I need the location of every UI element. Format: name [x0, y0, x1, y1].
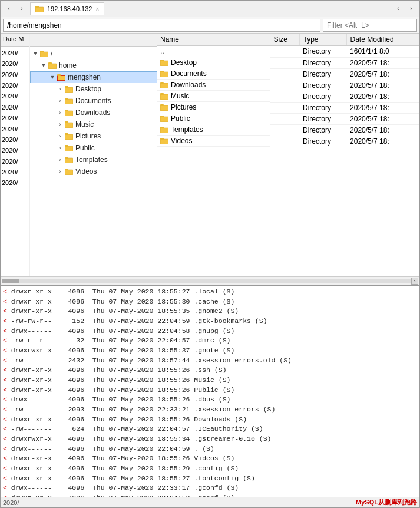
file-size-cell	[270, 113, 299, 124]
tab-close-button[interactable]: ×	[95, 6, 99, 12]
col-size[interactable]: Size	[270, 34, 299, 46]
table-row[interactable]: ..Directory1601/1/1 8:0	[157, 46, 419, 58]
nav-prev-button[interactable]: ‹	[392, 3, 404, 15]
documents-label: Documents	[75, 97, 111, 105]
main-area: Date M 2020/ 2020/ 2020/ 2020/ 2020/ 202…	[1, 34, 419, 276]
table-row[interactable]: DesktopDirectory2020/5/7 18:	[157, 57, 419, 68]
nav-next-button[interactable]: ›	[405, 3, 417, 15]
file-name-cell: Desktop	[157, 57, 270, 68]
file-type-cell: Directory	[299, 46, 346, 58]
file-size-cell	[270, 68, 299, 80]
home-folder-icon	[48, 61, 57, 70]
expand-documents[interactable]: ›	[56, 97, 64, 105]
date-col-values: 2020/ 2020/ 2020/ 2020/ 2020/ 2020/ 2020…	[1, 47, 29, 190]
expand-music[interactable]: ›	[56, 120, 64, 128]
scroll-right-btn[interactable]: ›	[411, 278, 418, 285]
root-folder-icon	[39, 50, 49, 58]
table-row[interactable]: PublicDirectory2020/5/7 18:	[157, 113, 419, 124]
expand-pictures[interactable]: ›	[56, 132, 64, 140]
desktop-label: Desktop	[75, 85, 101, 93]
file-date-cell: 2020/5/7 18:	[346, 102, 419, 113]
folder-row-icon	[160, 59, 168, 66]
table-row[interactable]: VideosDirectory2020/5/7 18:	[157, 136, 419, 147]
file-name: Desktop	[171, 58, 197, 67]
status-text: 2020/	[3, 499, 19, 506]
col-type[interactable]: Type	[299, 34, 346, 46]
table-row[interactable]: MusicDirectory2020/5/7 18:	[157, 91, 419, 102]
svg-rect-24	[160, 61, 168, 66]
terminal-line: < -rw------- 2432 Thu 07-May-2020 18:57:…	[3, 356, 417, 366]
terminal-line: < drwxrwxr-x 4096 Thu 07-May-2020 18:55:…	[3, 346, 417, 356]
desktop-folder-icon	[64, 85, 74, 93]
expand-videos[interactable]: ›	[56, 167, 64, 176]
svg-rect-7	[57, 74, 61, 76]
home-label: home	[59, 61, 77, 70]
music-label: Music	[75, 120, 94, 128]
table-row[interactable]: TemplatesDirectory2020/5/7 18:	[157, 124, 419, 136]
file-date-cell: 2020/5/7 18:	[346, 113, 419, 124]
file-size-cell	[270, 46, 299, 58]
svg-rect-15	[65, 121, 68, 123]
expand-home[interactable]: ▼	[39, 61, 48, 70]
table-row[interactable]: PicturesDirectory2020/5/7 18:	[157, 102, 419, 113]
terminal-panel: < drwxr-xr-x 4096 Thu 07-May-2020 18:55:…	[1, 285, 419, 497]
col-date[interactable]: Date Modified	[346, 34, 419, 46]
title-bar: ‹ › 192.168.40.132 × ‹ ›	[1, 1, 419, 17]
expand-templates[interactable]: ›	[56, 156, 64, 164]
svg-rect-14	[65, 123, 73, 128]
address-input[interactable]	[3, 19, 320, 32]
file-type-cell: Directory	[299, 80, 346, 91]
terminal-line: < -rw-r--r-- 32 Thu 07-May-2020 22:04:57…	[3, 336, 417, 346]
svg-rect-8	[65, 87, 73, 93]
expand-downloads[interactable]: ›	[56, 108, 64, 117]
terminal-line: < drwxr-xr-x 4096 Thu 07-May-2020 18:55:…	[3, 464, 417, 474]
pictures-folder-icon	[64, 132, 74, 140]
file-name-cell: Downloads	[157, 80, 270, 91]
folder-row-icon	[160, 115, 168, 122]
file-size-cell	[270, 57, 299, 68]
file-tab[interactable]: 192.168.40.132 ×	[30, 2, 104, 15]
svg-rect-29	[160, 82, 164, 84]
file-type-cell: Directory	[299, 91, 346, 102]
templates-folder-icon	[64, 156, 74, 164]
terminal-line: < -rw------- 624 Thu 07-May-2020 22:04:5…	[3, 424, 417, 434]
svg-rect-5	[48, 62, 52, 64]
file-name: Music	[171, 92, 189, 100]
svg-rect-28	[160, 83, 168, 88]
terminal-line: < drwxr-xr-x 4096 Thu 07-May-2020 18:55:…	[3, 306, 417, 316]
public-label: Public	[75, 144, 95, 152]
table-row[interactable]: DownloadsDirectory2020/5/7 18:	[157, 80, 419, 91]
terminal-line: < drwxr-xr-x 4096 Thu 07-May-2020 18:55:…	[3, 415, 417, 425]
filter-input[interactable]	[323, 19, 417, 32]
folder-tab-icon	[35, 5, 44, 12]
expand-root[interactable]: ▼	[31, 50, 39, 58]
public-folder-icon	[64, 144, 74, 152]
music-folder-icon	[64, 120, 74, 128]
terminal-line: < drwxr-xr-x 4096 Thu 07-May-2020 18:55:…	[3, 365, 417, 375]
col-name[interactable]: Name	[157, 34, 270, 46]
downloads-folder-icon	[64, 108, 74, 117]
expand-public[interactable]: ›	[56, 144, 64, 152]
file-type-cell: Directory	[299, 124, 346, 136]
expand-mengshen[interactable]: ▼	[48, 73, 57, 81]
svg-rect-30	[160, 94, 168, 100]
file-date-cell: 1601/1/1 8:0	[346, 46, 419, 58]
table-row[interactable]: DocumentsDirectory2020/5/7 18:	[157, 68, 419, 80]
back-button[interactable]: ‹	[3, 3, 15, 15]
address-bar	[1, 17, 419, 34]
scroll-thumb[interactable]	[2, 279, 19, 283]
date-col-header: Date M	[1, 34, 29, 47]
file-name: Documents	[171, 70, 207, 78]
svg-rect-1	[35, 6, 39, 8]
terminal-line: < drwx------ 4096 Thu 07-May-2020 22:04:…	[3, 326, 417, 337]
svg-rect-21	[65, 157, 68, 159]
horizontal-scrollbar[interactable]: ›	[1, 276, 419, 285]
file-name-cell: Documents	[157, 68, 270, 80]
svg-rect-17	[65, 133, 68, 135]
date-mini-column: Date M 2020/ 2020/ 2020/ 2020/ 2020/ 202…	[1, 34, 30, 276]
svg-rect-6	[57, 75, 65, 81]
expand-desktop[interactable]: ›	[56, 85, 64, 93]
folder-row-icon	[160, 93, 168, 100]
forward-button[interactable]: ›	[16, 3, 28, 15]
terminal-line: < drwxr-xr-x 4096 Thu 07-May-2020 18:55:…	[3, 474, 417, 484]
